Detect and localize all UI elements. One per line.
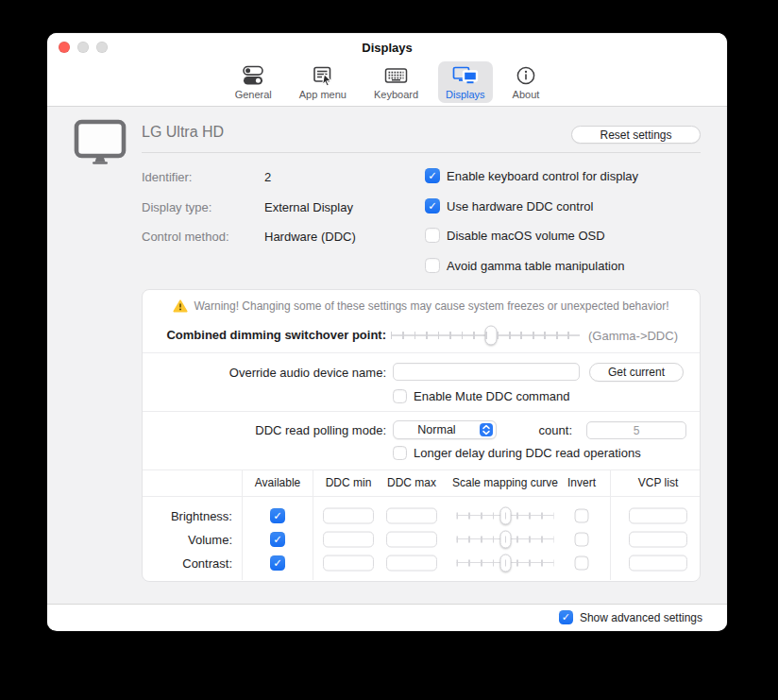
mute-ddc-row: Enable Mute DDC command <box>393 389 569 403</box>
panel-divider <box>143 496 700 497</box>
volume-ddc-max-input[interactable] <box>386 531 437 547</box>
dimming-label: Combined dimming switchover point: <box>143 328 386 342</box>
slider-thumb[interactable] <box>499 554 511 572</box>
slider-thumb[interactable] <box>499 506 511 524</box>
tab-displays-label: Displays <box>446 89 485 100</box>
toggles-icon <box>241 63 265 88</box>
info-value: Hardware (DDC) <box>264 230 356 244</box>
checkbox-label: Avoid gamma table manipulation <box>447 259 624 273</box>
volume-vcp-input[interactable] <box>629 531 687 547</box>
checkbox-disable-osd[interactable] <box>425 228 440 243</box>
checkbox-label: Enable keyboard control for display <box>447 169 638 183</box>
displays-icon <box>451 63 480 88</box>
contrast-curve-slider[interactable] <box>457 554 554 572</box>
option-avoid-gamma: Avoid gamma table manipulation <box>425 258 624 273</box>
checkbox-contrast-available[interactable] <box>270 555 285 571</box>
warning-text: Warning! Changing some of these settings… <box>194 299 668 313</box>
dimming-slider[interactable] <box>391 326 580 345</box>
table-row-contrast: Contrast: <box>143 551 700 574</box>
checkbox-hardware-ddc[interactable] <box>425 198 440 213</box>
advanced-settings-panel: Warning! Changing some of these settings… <box>142 289 701 582</box>
checkbox-keyboard-control[interactable] <box>425 168 440 183</box>
tab-app-menu[interactable]: App menu <box>292 61 354 103</box>
checkbox-brightness-available[interactable] <box>270 508 285 523</box>
tab-general[interactable]: General <box>228 61 279 103</box>
panel-divider <box>143 411 700 412</box>
show-advanced-label: Show advanced settings <box>580 611 702 624</box>
col-ddc-min: DDC min <box>326 476 372 489</box>
contrast-vcp-input[interactable] <box>629 555 687 571</box>
brightness-ddc-min-input[interactable] <box>323 507 374 523</box>
col-ddc-max: DDC max <box>387 476 436 489</box>
option-disable-osd: Disable macOS volume OSD <box>425 228 605 243</box>
info-value: External Display <box>264 200 353 214</box>
window-title: Displays <box>47 33 727 61</box>
warning-row: Warning! Changing some of these settings… <box>143 299 700 313</box>
info-value: 2 <box>264 170 271 184</box>
checkbox-mute-ddc[interactable] <box>393 389 407 403</box>
volume-curve-slider[interactable] <box>457 530 554 549</box>
checkbox-label: Enable Mute DDC command <box>414 389 569 403</box>
brightness-curve-slider[interactable] <box>457 506 554 525</box>
display-name: LG Ultra HD <box>142 124 224 141</box>
slider-thumb[interactable] <box>499 530 511 548</box>
checkbox-volume-invert[interactable] <box>575 532 589 546</box>
option-hardware-ddc: Use hardware DDC control <box>425 198 593 213</box>
contrast-ddc-max-input[interactable] <box>386 555 437 571</box>
titlebar[interactable]: Displays <box>47 33 727 61</box>
checkbox-contrast-invert[interactable] <box>575 555 589 570</box>
info-row-identifier: Identifier:2 <box>142 170 271 184</box>
panel-divider <box>143 352 700 353</box>
footer-bar: Show advanced settings <box>47 604 727 630</box>
displays-window: Displays General <box>47 33 727 631</box>
checkbox-avoid-gamma[interactable] <box>425 258 440 273</box>
menu-cursor-icon <box>311 63 335 88</box>
preferences-toolbar: General App menu <box>47 61 727 107</box>
info-icon <box>515 63 537 88</box>
checkbox-label: Use hardware DDC control <box>447 199 593 213</box>
checkbox-brightness-invert[interactable] <box>575 508 589 522</box>
checkbox-longer-delay[interactable] <box>393 446 407 460</box>
tab-about-label: About <box>513 89 540 100</box>
warning-icon <box>173 299 188 313</box>
table-row-volume: Volume: <box>143 527 700 551</box>
count-label: count: <box>329 423 572 437</box>
info-row-display-type: Display type:External Display <box>142 200 353 214</box>
brightness-vcp-input[interactable] <box>629 507 687 523</box>
tab-app-menu-label: App menu <box>299 89 347 100</box>
get-current-button[interactable]: Get current <box>589 363 684 382</box>
keyboard-icon <box>383 63 409 88</box>
displays-pane: LG Ultra HD Reset settings Identifier:2 … <box>47 107 727 604</box>
tab-displays[interactable]: Displays <box>438 61 493 103</box>
tab-keyboard[interactable]: Keyboard <box>366 61 426 103</box>
audio-name-label: Override audio device name: <box>143 366 386 380</box>
col-invert: Invert <box>567 476 596 489</box>
info-label: Identifier: <box>142 170 264 184</box>
audio-name-input[interactable] <box>393 363 580 381</box>
table-row-brightness: Brightness: <box>143 504 700 527</box>
row-label: Contrast: <box>143 555 232 570</box>
option-keyboard-control: Enable keyboard control for display <box>425 168 638 183</box>
info-label: Display type: <box>142 200 264 214</box>
row-label: Brightness: <box>143 508 232 522</box>
tab-general-label: General <box>235 89 272 100</box>
table-header: Available DDC min DDC max Scale mapping … <box>143 470 700 496</box>
tab-about[interactable]: About <box>505 61 548 103</box>
checkbox-volume-available[interactable] <box>270 532 285 547</box>
checkbox-label: Disable macOS volume OSD <box>447 229 605 243</box>
info-row-control-method: Control method:Hardware (DDC) <box>142 230 356 244</box>
count-input[interactable] <box>586 421 686 439</box>
brightness-ddc-max-input[interactable] <box>386 507 437 523</box>
info-label: Control method: <box>142 230 264 244</box>
monitor-icon <box>73 118 127 169</box>
volume-ddc-min-input[interactable] <box>323 531 374 547</box>
contrast-ddc-min-input[interactable] <box>323 555 374 571</box>
reset-settings-button[interactable]: Reset settings <box>571 126 701 144</box>
col-vcp: VCP list <box>638 476 678 489</box>
desktop-background: Displays General <box>0 0 778 700</box>
dimming-slider-thumb[interactable] <box>485 326 498 346</box>
row-label: Volume: <box>143 532 232 546</box>
checkbox-show-advanced[interactable] <box>559 610 573 624</box>
longer-delay-row: Longer delay during DDC read operations <box>393 446 641 460</box>
col-available: Available <box>255 476 300 489</box>
